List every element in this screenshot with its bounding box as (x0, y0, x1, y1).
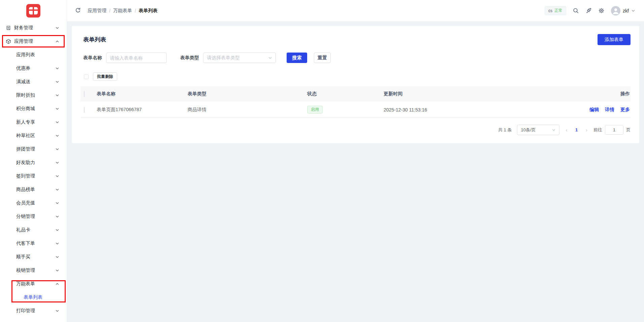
total-count: 共 1 条 (498, 127, 512, 133)
sidebar-item-print[interactable]: 打印管理 (0, 304, 67, 318)
chevron-down-icon (55, 242, 59, 246)
table-row: 表单页面1767066787 商品详情 启用 2025-12-30 11:53:… (80, 102, 631, 118)
apps-icon (6, 39, 11, 44)
form-name-input[interactable] (106, 53, 167, 63)
sidebar-item-form-list[interactable]: 表单列表 (0, 291, 67, 304)
app-logo[interactable] (26, 4, 40, 18)
col-header-name: 表单名称 (97, 91, 188, 97)
sidebar-item-member-recharge[interactable]: 会员充值 (0, 196, 67, 210)
sidebar-item-distribution[interactable]: 分销管理 (0, 210, 67, 223)
col-header-type: 表单类型 (188, 91, 307, 97)
select-all-checkbox[interactable] (84, 74, 89, 79)
chevron-down-icon (55, 174, 59, 178)
breadcrumb-current: 表单列表 (139, 8, 158, 14)
sidebar-item-points-mall[interactable]: 积分商城 (0, 102, 67, 116)
refresh-icon[interactable] (75, 7, 82, 14)
next-page-button[interactable]: › (584, 127, 589, 133)
sidebar-item-group-buy[interactable]: 拼团管理 (0, 142, 67, 156)
chevron-down-icon (55, 228, 59, 232)
sidebar-item-universal-form[interactable]: 万能表单 (0, 277, 67, 291)
topbar: 应用管理 / 万能表单 / 表单列表 cs 正常 (67, 0, 644, 21)
breadcrumb-item[interactable]: 应用管理 (88, 8, 106, 14)
sidebar-menu: 财务管理 应用管理 应用列表 优惠券 满减送 限时折扣 (0, 21, 67, 318)
page-size-select[interactable]: 10条/页 (517, 125, 559, 135)
finance-icon (6, 25, 11, 31)
form-table: 表单名称 表单类型 状态 更新时间 操作 表单页面1767066787 商品详情… (80, 86, 631, 118)
form-type-select[interactable]: 请选择表单类型 (203, 53, 276, 63)
gear-icon[interactable] (598, 7, 605, 14)
reset-button[interactable]: 重置 (314, 53, 331, 63)
sidebar-item-verification[interactable]: 核销管理 (0, 264, 67, 277)
form-type-label: 表单类型 (180, 55, 199, 61)
sidebar: 财务管理 应用管理 应用列表 优惠券 满减送 限时折扣 (0, 0, 67, 322)
chevron-down-icon (55, 215, 59, 219)
sidebar-item-friend-boost[interactable]: 好友助力 (0, 156, 67, 169)
header-checkbox[interactable] (84, 91, 85, 97)
sidebar-item-label: 应用管理 (14, 38, 33, 44)
sidebar-item-sign-in[interactable]: 签到管理 (0, 169, 67, 183)
search-button[interactable]: 搜索 (287, 53, 307, 63)
batch-delete-button[interactable]: 批量删除 (93, 72, 117, 81)
chevron-down-icon (55, 134, 59, 138)
chevron-up-icon (55, 282, 59, 286)
chevron-down-icon (55, 120, 59, 124)
rocket-icon[interactable] (585, 7, 592, 14)
sidebar-item-community[interactable]: 种草社区 (0, 129, 67, 142)
sidebar-item-product-ranking[interactable]: 商品榜单 (0, 183, 67, 196)
breadcrumb: 应用管理 / 万能表单 / 表单列表 (88, 8, 158, 14)
chevron-down-icon (55, 80, 59, 84)
sidebar-item-gift-card[interactable]: 礼品卡 (0, 223, 67, 237)
detail-link[interactable]: 详情 (605, 107, 614, 112)
chevron-down-icon (55, 26, 59, 30)
chevron-down-icon (55, 107, 59, 111)
cell-form-name: 表单页面1767066787 (97, 107, 188, 113)
chevron-down-icon (55, 309, 59, 313)
user-menu[interactable]: zkf (611, 6, 635, 15)
sidebar-item-full-discount[interactable]: 满减送 (0, 75, 67, 89)
sidebar-item-label: 财务管理 (14, 25, 33, 31)
goto-page-input[interactable] (605, 125, 623, 135)
env-status-badge: cs 正常 (545, 6, 566, 15)
pagination: 共 1 条 10条/页 ‹ 1 › 前往 页 (80, 125, 631, 135)
add-form-button[interactable]: 添加表单 (598, 34, 631, 45)
row-checkbox[interactable] (84, 107, 85, 113)
table-header-row: 表单名称 表单类型 状态 更新时间 操作 (80, 86, 631, 102)
sidebar-item-newcomer[interactable]: 新人专享 (0, 116, 67, 129)
sidebar-item-impulse-buy[interactable]: 顺手买 (0, 250, 67, 264)
sidebar-item-time-discount[interactable]: 限时折扣 (0, 89, 67, 102)
sidebar-item-finance[interactable]: 财务管理 (0, 21, 67, 35)
cell-updated-time: 2025-12-30 11:53:16 (384, 107, 580, 112)
sidebar-item-apps[interactable]: 应用管理 (0, 35, 67, 48)
form-list-card: 表单列表 添加表单 表单名称 表单类型 请选择表单类型 搜索 重置 批量删除 表… (72, 26, 639, 143)
sidebar-item-coupon[interactable]: 优惠券 (0, 62, 67, 75)
more-link[interactable]: 更多 (620, 107, 630, 112)
chevron-down-icon (55, 255, 59, 259)
chevron-down-icon (55, 188, 59, 192)
chevron-up-icon (55, 39, 59, 43)
current-page: 1 (573, 127, 580, 132)
edit-link[interactable]: 编辑 (589, 107, 599, 112)
chevron-down-icon (55, 161, 59, 165)
avatar (611, 6, 620, 15)
batch-action-bar: 批量删除 (80, 72, 631, 81)
form-name-label: 表单名称 (83, 55, 102, 61)
username: zkf (623, 8, 629, 13)
filter-bar: 表单名称 表单类型 请选择表单类型 搜索 重置 (80, 53, 631, 63)
cell-form-type: 商品详情 (188, 107, 307, 113)
status-badge: 启用 (307, 106, 323, 114)
sidebar-item-app-list[interactable]: 应用列表 (0, 48, 67, 62)
chevron-down-icon (55, 93, 59, 97)
logo-area (0, 0, 67, 21)
goto-label: 前往 (593, 127, 602, 133)
status-ok-text: 正常 (554, 8, 562, 13)
col-header-status: 状态 (307, 91, 384, 97)
search-icon[interactable] (573, 7, 579, 14)
main-area: 应用管理 / 万能表单 / 表单列表 cs 正常 (67, 0, 644, 143)
chevron-down-icon (55, 66, 59, 70)
sidebar-item-valet-order[interactable]: 代客下单 (0, 237, 67, 250)
breadcrumb-item[interactable]: 万能表单 (113, 8, 132, 14)
chevron-down-icon (268, 56, 272, 60)
chevron-down-icon (631, 9, 635, 13)
page-title: 表单列表 (80, 36, 106, 43)
prev-page-button[interactable]: ‹ (564, 127, 569, 133)
